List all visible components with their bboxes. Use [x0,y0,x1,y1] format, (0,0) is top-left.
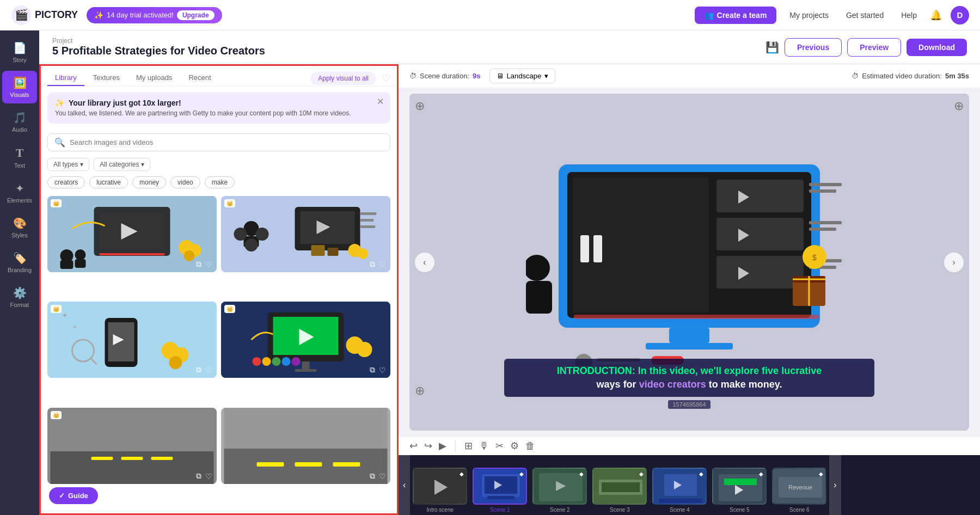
save-icon[interactable]: 💾 [765,41,779,54]
previous-button[interactable]: Previous [785,38,842,57]
user-avatar[interactable]: D [951,6,969,24]
svg-point-47 [253,357,261,366]
get-started-link[interactable]: Get started [842,11,888,20]
sidebar-item-story[interactable]: 📄 Story [2,36,37,69]
video-canvas: ‹ › ⊕ ⊕ ⊕ [409,94,969,431]
sidebar-elements-label: Elements [7,197,32,204]
add-bottom-left-button[interactable]: ⊕ [415,384,425,398]
next-scene-button[interactable]: › [944,253,964,272]
guide-button[interactable]: ✓ Guide [49,487,98,504]
duration-clock-icon: ⏱ [852,72,859,80]
copy-button-4[interactable]: ⧉ [370,365,375,375]
favorites-heart-icon[interactable]: ♡ [382,72,390,84]
create-team-button[interactable]: 👥 Create a team [695,7,777,24]
tab-textures[interactable]: Textures [85,70,127,86]
resize-button[interactable]: ⊞ [464,440,473,452]
apply-visual-button[interactable]: Apply visual to all [310,72,376,85]
download-button[interactable]: Download [906,39,967,56]
scene-diamond-icon-3: ◆ [639,471,644,477]
styles-icon: 🎨 [13,217,27,230]
format-icon: ⚙️ [13,286,27,299]
heart-button-1[interactable]: ♡ [205,260,212,269]
heart-button-2[interactable]: ♡ [379,260,386,269]
trial-text: 14 day trial activated! [107,11,174,19]
preview-button[interactable]: Preview [847,38,901,57]
upgrade-button[interactable]: Upgrade [177,10,215,20]
landscape-icon: 🖥 [497,72,504,80]
delete-button[interactable]: 🗑 [525,440,535,452]
add-top-left-button[interactable]: ⊕ [415,99,425,113]
scene-item-4[interactable]: ◆ Scene 4 [650,463,709,515]
sidebar-item-branding[interactable]: 🏷️ Branding [2,246,37,279]
svg-point-53 [357,342,372,357]
image-thumb-2[interactable]: 👑 ♡ ⧉ [221,196,390,272]
scene-thumb-3: ◆ [592,468,647,505]
settings-button[interactable]: ⚙ [510,440,519,452]
copy-button-6[interactable]: ⧉ [370,471,375,481]
copy-button-1[interactable]: ⧉ [196,260,201,269]
play-button[interactable]: ▶ [439,440,446,452]
scene-item-2[interactable]: ▶ ◆ Scene 2 [530,463,590,515]
copy-button-2[interactable]: ⧉ [370,260,375,269]
image-thumb-1[interactable]: 👑 ♡ ⧉ [47,196,217,272]
type-filter[interactable]: All types ▾ [47,158,89,171]
redo-button[interactable]: ↪ [424,440,432,452]
image-thumb-3[interactable]: ✦ ✦ 👑 ♡ ⧉ [47,302,217,378]
copy-button-3[interactable]: ⧉ [196,365,201,375]
logo[interactable]: 🎬 PICTORY [11,5,78,26]
sidebar-audio-label: Audio [12,126,27,133]
sidebar-item-styles[interactable]: 🎨 Styles [2,211,37,244]
tab-recent[interactable]: Recent [181,70,218,86]
sidebar-item-elements[interactable]: ✦ Elements [2,176,37,209]
sidebar-item-format[interactable]: ⚙️ Format [2,281,37,314]
tag-video[interactable]: video [170,176,200,188]
scene-item-3[interactable]: ◆ Scene 3 [590,463,650,515]
microphone-button[interactable]: 🎙 [479,440,489,452]
add-top-right-button[interactable]: ⊕ [954,99,964,113]
help-link[interactable]: Help [897,11,921,20]
search-bar[interactable]: 🔍 [47,133,390,151]
scene-item-1[interactable]: ◆ Scene 1 [470,463,530,515]
close-notice-button[interactable]: ✕ [377,96,384,107]
copy-button-5[interactable]: ⧉ [196,471,201,481]
heart-button-4[interactable]: ♡ [379,366,386,375]
sidebar-item-visuals[interactable]: 🖼️ Visuals [2,71,37,103]
tab-library[interactable]: Library [47,70,84,86]
image-thumb-4[interactable]: 👑 ♡ ⧉ [221,302,390,378]
timeline-prev-button[interactable]: ‹ [399,455,410,515]
image-thumb-6[interactable]: ♡ ⧉ [221,408,390,484]
svg-rect-10 [75,259,86,268]
topnav: 🎬 PICTORY ✨ 14 day trial activated! Upgr… [0,0,980,30]
orientation-select[interactable]: 🖥 Landscape ▾ [489,69,556,83]
prev-scene-button[interactable]: ‹ [415,253,434,272]
timeline-next-button[interactable]: › [829,455,841,515]
scissors-button[interactable]: ✂ [495,440,504,452]
svg-point-19 [245,238,258,252]
my-projects-link[interactable]: My projects [785,11,833,20]
scene-item-5[interactable]: ◆ Scene 5 [709,463,769,515]
svg-rect-45 [302,361,310,369]
tag-lucrative[interactable]: lucrative [89,176,128,188]
search-input[interactable] [70,138,383,146]
tag-make[interactable]: make [205,176,235,188]
scene-diamond-icon-1: ◆ [519,471,524,477]
image-thumb-5[interactable]: 👑 ♡ ⧉ [47,408,217,484]
sidebar-story-label: Story [13,57,27,63]
notification-bell-icon[interactable]: 🔔 [930,9,942,21]
scene-timeline: ‹ ◆ Intro scene [399,455,980,515]
tab-my-uploads[interactable]: My uploads [128,70,180,86]
sidebar-item-text[interactable]: T Text [2,140,37,174]
heart-button-6[interactable]: ♡ [379,472,386,481]
scene-item-intro[interactable]: ◆ Intro scene [410,463,470,515]
heart-button-5[interactable]: ♡ [205,472,212,481]
svg-rect-25 [360,225,376,228]
sidebar-item-audio[interactable]: 🎵 Audio [2,106,37,138]
scene-label-5: Scene 5 [730,507,750,513]
heart-button-3[interactable]: ♡ [205,366,212,375]
categories-filter[interactable]: All categories ▾ [94,158,150,171]
undo-button[interactable]: ↩ [409,440,418,452]
sidebar: 📄 Story 🖼️ Visuals 🎵 Audio T Text ✦ Elem… [0,30,39,515]
tag-creators[interactable]: creators [47,176,85,188]
scene-item-6[interactable]: Revenue ◆ Scene 6 [769,463,829,515]
tag-money[interactable]: money [132,176,166,188]
